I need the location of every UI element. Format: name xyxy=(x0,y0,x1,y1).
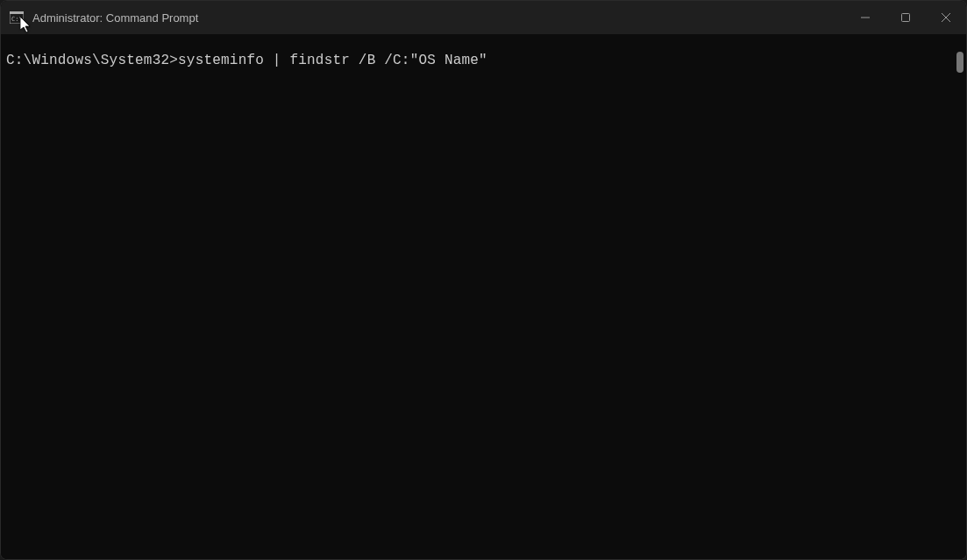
command-line: C:\Windows\System32>systeminfo | findstr… xyxy=(6,52,966,71)
minimize-button[interactable] xyxy=(845,1,885,34)
prompt: C:\Windows\System32> xyxy=(6,53,178,68)
window-controls xyxy=(845,1,966,34)
svg-text:C:\: C:\ xyxy=(11,16,23,23)
titlebar[interactable]: C:\ Administrator: Command Prompt xyxy=(1,1,966,34)
close-button[interactable] xyxy=(926,1,966,34)
terminal-output[interactable]: C:\Windows\System32>systeminfo | findstr… xyxy=(1,34,966,559)
window-title: Administrator: Command Prompt xyxy=(32,11,845,25)
command-prompt-window: C:\ Administrator: Command Prompt xyxy=(0,0,967,560)
command-text: systeminfo | findstr /B /C:"OS Name" xyxy=(178,53,487,68)
cmd-icon: C:\ xyxy=(10,11,24,24)
svg-rect-4 xyxy=(902,14,910,22)
svg-rect-1 xyxy=(10,11,24,14)
maximize-button[interactable] xyxy=(885,1,926,34)
vertical-scrollbar[interactable] xyxy=(956,52,963,73)
